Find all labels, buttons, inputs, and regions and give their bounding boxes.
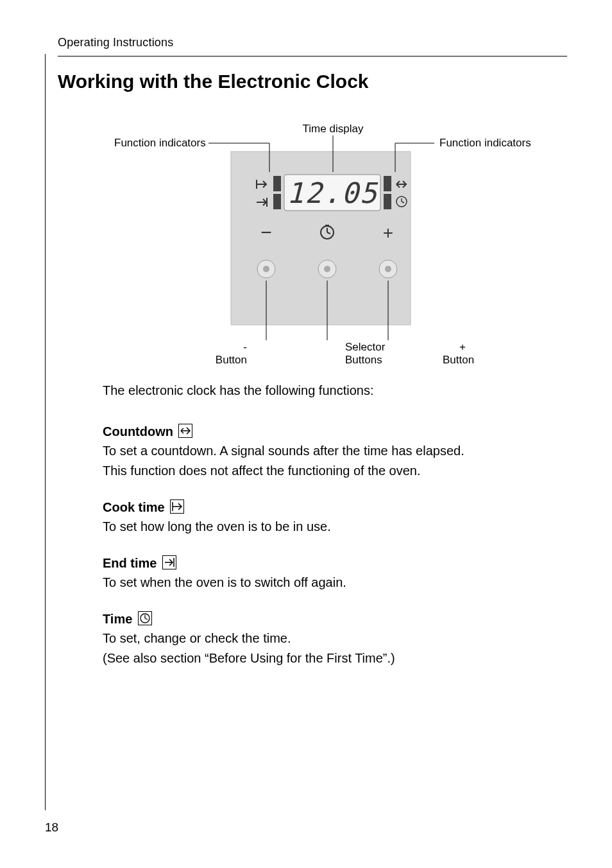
cook-title: Cook time xyxy=(103,500,165,515)
minus-symbol: − xyxy=(260,221,272,243)
svg-rect-3 xyxy=(273,194,281,209)
label-minus-bot: Button xyxy=(216,354,247,365)
intro-text: The electronic clock has the following f… xyxy=(103,383,567,398)
label-func-right: Function indicators xyxy=(439,137,531,149)
svg-rect-4 xyxy=(384,176,391,191)
label-selector-top: Selector xyxy=(345,341,386,353)
cook-time-section: Cook time To set how long the oven is to… xyxy=(103,499,567,536)
label-minus-top: - xyxy=(243,341,247,353)
end-time-section: End time To set when the oven is to swit… xyxy=(103,555,567,592)
time-desc2: (See also section “Before Using for the … xyxy=(103,649,567,668)
clock-diagram: 12.05 xyxy=(103,125,552,365)
svg-rect-5 xyxy=(384,194,391,209)
end-desc: To set when the oven is to switch off ag… xyxy=(103,573,567,592)
cook-desc: To set how long the oven is to be in use… xyxy=(103,517,567,536)
svg-line-47 xyxy=(145,618,148,620)
page-number: 18 xyxy=(45,820,58,835)
time-readout: 12.05 xyxy=(287,177,378,209)
content-area: 12.05 xyxy=(103,125,567,668)
svg-point-21 xyxy=(263,266,269,272)
countdown-section: Countdown To set a countdown. A signal s… xyxy=(103,424,567,480)
vertical-rule xyxy=(45,54,46,810)
svg-point-25 xyxy=(385,266,391,272)
time-desc1: To set, change or check the time. xyxy=(103,629,567,648)
countdown-title-icon xyxy=(178,424,192,440)
page-title: Working with the Electronic Clock xyxy=(58,71,567,92)
header-section: Operating Instructions xyxy=(58,36,567,49)
label-func-left: Function indicators xyxy=(114,137,206,149)
countdown-desc2: This function does not affect the functi… xyxy=(103,462,567,480)
label-time-display: Time display xyxy=(303,125,364,135)
time-title: Time xyxy=(103,612,132,627)
svg-point-23 xyxy=(324,266,330,272)
end-title-icon xyxy=(162,555,176,572)
header-rule xyxy=(58,56,567,56)
svg-rect-2 xyxy=(273,176,281,191)
label-plus-bot: Button xyxy=(443,354,474,365)
time-title-icon xyxy=(138,611,152,628)
plus-symbol: + xyxy=(383,223,393,243)
countdown-desc1: To set a countdown. A signal sounds afte… xyxy=(103,442,567,460)
cook-title-icon xyxy=(170,499,184,516)
label-selector-bot: Buttons xyxy=(345,354,382,365)
end-title: End time xyxy=(103,556,157,571)
label-plus-top: + xyxy=(459,341,466,353)
time-section: Time To set, change or check the time. (… xyxy=(103,611,567,668)
countdown-title: Countdown xyxy=(103,424,173,439)
